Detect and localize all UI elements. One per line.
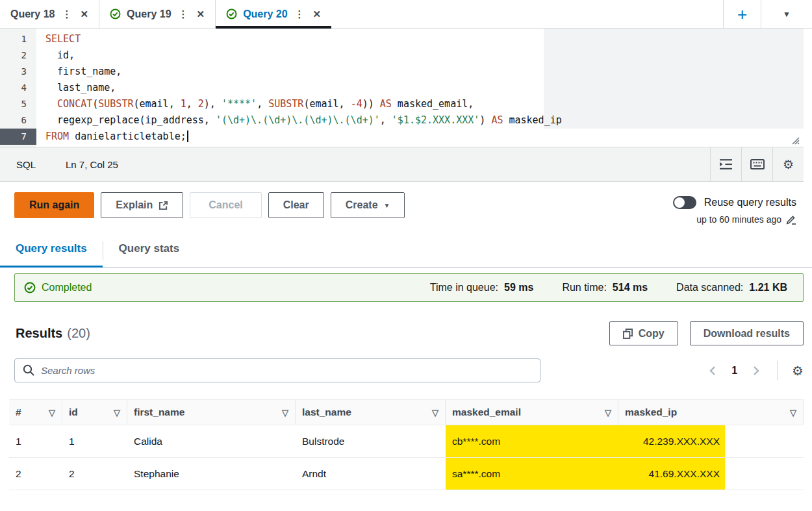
query-tab-bar: Query 18 ⋮ ✕ Query 19 ⋮ ✕ Query 20 ⋮ ✕ +…: [0, 0, 812, 29]
table-cell: Arndt: [296, 458, 446, 490]
line-number: 4: [0, 80, 36, 96]
column-filter-icon[interactable]: ▽: [114, 408, 120, 418]
tab-query-18[interactable]: Query 18 ⋮ ✕: [0, 0, 99, 28]
column-label: id: [69, 406, 78, 418]
tab-query-19[interactable]: Query 19 ⋮ ✕: [99, 0, 215, 28]
tab-label: Query 18: [10, 8, 55, 20]
column-header-last_name: last_name▽: [296, 400, 446, 425]
code-line[interactable]: 7FROM danielarticletable;: [0, 129, 804, 145]
code-line[interactable]: 2 id,: [0, 47, 804, 64]
tabbar-spacer: [331, 0, 723, 28]
kebab-menu-icon[interactable]: ⋮: [60, 8, 73, 20]
explain-button[interactable]: Explain: [101, 192, 183, 218]
code-text: FROM danielarticletable;: [36, 129, 188, 145]
clear-button[interactable]: Clear: [268, 192, 324, 218]
code-line[interactable]: 6 regexp_replace(ip_address, '(\d+)\.(\d…: [0, 112, 804, 129]
create-dropdown-button[interactable]: Create ▼: [331, 192, 405, 218]
tab-query-stats[interactable]: Query stats: [103, 242, 196, 267]
edit-pencil-icon[interactable]: [786, 214, 796, 225]
line-number: 3: [0, 64, 36, 80]
editor-status-bar: SQL Ln 7, Col 25 ⚙: [0, 147, 804, 182]
current-page-number[interactable]: 1: [728, 365, 741, 377]
results-controls-row: 1 ⚙: [0, 345, 812, 382]
metric-run-time: Run time: 514 ms: [562, 282, 648, 293]
table-body: 11CalidaBulstrodecb****.com42.239.XXX.XX…: [9, 425, 804, 490]
pagination: 1 ⚙: [706, 361, 804, 380]
pager-divider: [777, 361, 778, 380]
tab-query-results[interactable]: Query results: [0, 242, 103, 267]
cursor-position: Ln 7, Col 25: [66, 159, 118, 170]
close-icon[interactable]: ✕: [79, 8, 90, 20]
column-filter-icon[interactable]: ▽: [282, 408, 288, 418]
run-again-button[interactable]: Run again: [14, 192, 94, 218]
tab-list-dropdown-button[interactable]: ▼: [761, 0, 812, 28]
editor-settings-gear-icon[interactable]: ⚙: [772, 147, 804, 181]
query-actions-toolbar: Run again Explain Cancel Clear Create ▼ …: [0, 182, 812, 234]
line-number: 2: [0, 47, 36, 64]
resize-grip-icon[interactable]: [791, 136, 800, 145]
tab-query-20[interactable]: Query 20 ⋮ ✕: [216, 0, 331, 28]
column-label: masked_email: [452, 406, 521, 418]
code-line[interactable]: 5 CONCAT(SUBSTR(email, 1, 2), '****', SU…: [0, 96, 804, 112]
column-header-masked_email: masked_email▽: [446, 400, 618, 425]
tab-label: Query 19: [127, 8, 171, 20]
cancel-button[interactable]: Cancel: [190, 192, 261, 218]
new-query-tab-button[interactable]: +: [724, 0, 761, 28]
query-status-banner: Completed Time in queue: 59 ms Run time:…: [14, 273, 804, 302]
code-line[interactable]: 4 last_name,: [0, 80, 804, 96]
sql-editor[interactable]: 1SELECT2 id,3 first_name,4 last_name,5 C…: [0, 29, 804, 147]
keyboard-shortcuts-button[interactable]: [741, 147, 772, 181]
success-check-icon: [226, 8, 237, 19]
reuse-results-toggle[interactable]: [673, 196, 696, 209]
table-row: 11CalidaBulstrodecb****.com42.239.XXX.XX…: [9, 425, 804, 458]
column-label: #: [16, 406, 21, 418]
search-rows-input[interactable]: [14, 358, 540, 382]
next-page-button[interactable]: [750, 363, 763, 379]
column-label: last_name: [302, 406, 351, 418]
kebab-menu-icon[interactable]: ⋮: [177, 8, 190, 20]
column-filter-icon[interactable]: ▽: [49, 408, 55, 418]
column-header-first_name: first_name▽: [127, 400, 296, 425]
previous-page-button[interactable]: [706, 363, 718, 379]
results-header: Results (20) Copy Download results: [0, 302, 812, 345]
table-cell: cb****.com: [446, 425, 618, 457]
column-filter-icon[interactable]: ▽: [605, 408, 611, 418]
editor-language: SQL: [16, 159, 36, 170]
create-label: Create: [346, 199, 378, 211]
code-text: regexp_replace(ip_address, '(\d+)\.(\d+)…: [36, 112, 562, 129]
format-query-button[interactable]: [710, 147, 741, 181]
table-cell: 42.239.XXX.XXX: [618, 425, 804, 457]
table-cell: Stephanie: [127, 458, 296, 490]
table-cell: 2: [9, 458, 62, 490]
line-number: 5: [0, 96, 36, 112]
column-filter-icon[interactable]: ▽: [432, 408, 438, 418]
code-text: id,: [36, 47, 75, 64]
results-title: Results: [16, 326, 62, 341]
close-icon[interactable]: ✕: [312, 8, 323, 20]
metric-data-scanned: Data scanned: 1.21 KB: [676, 282, 787, 293]
success-check-icon: [110, 8, 121, 19]
caret-down-icon: ▼: [384, 202, 390, 209]
editor-status-left: SQL Ln 7, Col 25: [0, 147, 710, 181]
code-line[interactable]: 1SELECT: [0, 31, 804, 47]
download-results-button[interactable]: Download results: [690, 321, 804, 345]
table-row: 22StephanieArndtsa****.com41.69.XXX.XXX: [9, 458, 804, 490]
table-preferences-gear-icon[interactable]: ⚙: [792, 363, 804, 379]
results-tab-strip: Query results Query stats: [0, 234, 812, 268]
code-text: CONCAT(SUBSTR(email, 1, 2), '****', SUBS…: [36, 96, 474, 112]
line-number: 1: [0, 31, 36, 47]
code-text: first_name,: [36, 64, 121, 80]
copy-icon: [623, 329, 633, 339]
column-filter-icon[interactable]: ▽: [790, 408, 796, 418]
kebab-menu-icon[interactable]: ⋮: [294, 8, 306, 20]
reuse-results-label: Reuse query results: [704, 197, 796, 208]
table-cell: sa****.com: [446, 458, 618, 490]
copy-button[interactable]: Copy: [609, 321, 678, 345]
column-header-row-number: #▽: [9, 400, 62, 425]
table-cell: Calida: [127, 425, 296, 457]
code-line[interactable]: 3 first_name,: [0, 64, 804, 80]
metric-time-in-queue: Time in queue: 59 ms: [430, 282, 534, 293]
close-icon[interactable]: ✕: [196, 8, 207, 20]
search-icon: [22, 364, 35, 377]
table-header-row: #▽id▽first_name▽last_name▽masked_email▽m…: [9, 399, 804, 425]
